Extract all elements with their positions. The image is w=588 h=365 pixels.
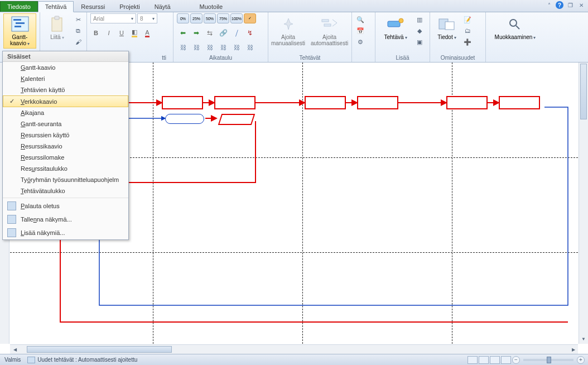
- auto-schedule-icon: [321, 15, 339, 33]
- editing-button[interactable]: Muokkaaminen: [491, 13, 540, 42]
- underline-button[interactable]: U: [116, 28, 127, 38]
- unlink-tasks-button[interactable]: ⧸: [230, 28, 243, 38]
- copy-icon[interactable]: ⧉: [73, 26, 83, 36]
- tab-task[interactable]: Tehtävä: [38, 1, 74, 12]
- tab-resource[interactable]: Resurssi: [74, 1, 112, 12]
- tab-project[interactable]: Projekti: [112, 1, 147, 12]
- view-button-2[interactable]: [479, 356, 489, 364]
- mode-icon[interactable]: ⚙: [355, 37, 365, 47]
- split-task-button[interactable]: ⛓: [177, 42, 189, 52]
- task-node[interactable]: [305, 96, 346, 109]
- outdent-button[interactable]: ⬅: [177, 28, 189, 38]
- pct-0-button[interactable]: 0%: [177, 13, 189, 23]
- task-node[interactable]: [357, 96, 398, 109]
- view-footer-option-2[interactable]: Lisää näkymiä...: [3, 226, 128, 239]
- scroll-down-icon[interactable]: ▼: [579, 334, 588, 344]
- view-button-3[interactable]: [490, 356, 500, 364]
- view-option-0[interactable]: Gantt-kaavio: [3, 62, 128, 73]
- deliverable-icon[interactable]: ▣: [415, 37, 425, 47]
- milestone-icon[interactable]: ◆: [415, 26, 425, 36]
- view-option-8[interactable]: Resurssilomake: [3, 152, 128, 163]
- ribbon-tabs: Tiedosto Tehtävä Resurssi Projekti Näytä…: [0, 0, 588, 12]
- zoom-in-button[interactable]: +: [577, 356, 585, 364]
- view-option-5[interactable]: Gantt-seuranta: [3, 118, 128, 129]
- inactivate-button[interactable]: ⛓: [190, 42, 203, 52]
- scroll-h-thumb[interactable]: [27, 346, 172, 353]
- format-painter-icon[interactable]: 🖌: [73, 37, 83, 47]
- pct-75-button[interactable]: 75%: [217, 13, 229, 23]
- details-icon[interactable]: 🗂: [462, 26, 473, 36]
- view-option-4[interactable]: Aikajana: [3, 107, 128, 118]
- zoom-thumb[interactable]: [547, 357, 551, 363]
- horizontal-scrollbar[interactable]: ◀ ▶: [10, 344, 578, 354]
- respect-links-button[interactable]: ↯: [244, 28, 256, 38]
- view-footer-label: Tallenna näkymä...: [21, 216, 72, 223]
- task-node[interactable]: [499, 96, 540, 109]
- pct-50-button[interactable]: 50%: [204, 13, 216, 23]
- summary-node[interactable]: [165, 114, 204, 124]
- task-node[interactable]: [162, 96, 203, 109]
- schedule-auto-button[interactable]: Ajoita automaattisesti: [310, 13, 350, 48]
- mark-on-track-button[interactable]: ✓: [244, 13, 256, 23]
- view-footer-option-1[interactable]: Tallenna näkymä...: [3, 213, 128, 226]
- inspect-icon[interactable]: 🔍: [355, 15, 365, 25]
- zoom-out-button[interactable]: −: [512, 356, 520, 364]
- task-insert-label: Tehtävä: [384, 34, 407, 41]
- svg-rect-11: [445, 22, 454, 30]
- bold-button[interactable]: B: [90, 28, 102, 38]
- view-option-10[interactable]: Työryhmän työsuunnitteluapuohjelm: [3, 174, 128, 185]
- view-option-3[interactable]: ✓Verkkokaavio: [3, 95, 128, 107]
- new-tasks-mode-icon[interactable]: [27, 357, 35, 363]
- paste-button[interactable]: Liitä: [44, 13, 71, 42]
- font-name-combo[interactable]: Arial▾: [90, 13, 136, 23]
- milestone-node[interactable]: [218, 114, 255, 125]
- task-node[interactable]: [214, 96, 256, 109]
- chain-6-icon[interactable]: ⛓: [244, 42, 256, 52]
- view-option-2[interactable]: Tehtävien käyttö: [3, 84, 128, 95]
- task-insert-button[interactable]: Tehtävä: [379, 13, 412, 42]
- view-button-4[interactable]: [501, 356, 511, 364]
- tab-format[interactable]: Muotoile: [192, 1, 230, 12]
- view-option-7[interactable]: Resurssikaavio: [3, 141, 128, 152]
- chain-5-icon[interactable]: ⛓: [230, 42, 243, 52]
- schedule-auto-label: Ajoita automaattisesti: [311, 34, 348, 46]
- zoom-slider[interactable]: [523, 359, 573, 361]
- move-icon[interactable]: ⇆: [204, 28, 216, 38]
- information-button[interactable]: Tiedot: [433, 13, 460, 42]
- minimize-ribbon-icon[interactable]: ˄: [544, 1, 553, 9]
- scroll-v-thumb[interactable]: [580, 64, 587, 119]
- add-to-timeline-icon[interactable]: ➕: [462, 37, 473, 47]
- help-icon[interactable]: ?: [556, 1, 563, 9]
- move-task-icon[interactable]: 📅: [355, 26, 365, 36]
- pct-100-button[interactable]: 100%: [230, 13, 243, 23]
- chain-4-icon[interactable]: ⛓: [217, 42, 229, 52]
- cut-icon[interactable]: ✂: [73, 15, 83, 25]
- fill-color-button[interactable]: ◧: [129, 28, 140, 38]
- scroll-right-icon[interactable]: ▶: [568, 345, 578, 354]
- chain-3-icon[interactable]: ⛓: [204, 42, 216, 52]
- restore-icon[interactable]: ❐: [566, 1, 575, 9]
- tab-view[interactable]: Näytä: [147, 1, 178, 12]
- indent-button[interactable]: ➡: [190, 28, 203, 38]
- italic-button[interactable]: I: [103, 28, 114, 38]
- gantt-chart-button[interactable]: Gantt-kaavio: [3, 13, 36, 49]
- view-option-label: Resurssilomake: [21, 154, 64, 161]
- view-footer-option-0[interactable]: Palauta oletus: [3, 199, 128, 213]
- font-color-button[interactable]: A: [142, 28, 153, 38]
- view-option-9[interactable]: Resurssitaulukko: [3, 163, 128, 174]
- font-size-combo[interactable]: 8▾: [137, 13, 157, 23]
- close-icon[interactable]: ✕: [577, 1, 586, 9]
- pct-25-button[interactable]: 25%: [190, 13, 203, 23]
- link-tasks-button[interactable]: 🔗: [217, 28, 229, 38]
- notes-icon[interactable]: 📝: [462, 15, 473, 25]
- view-option-6[interactable]: Resurssien käyttö: [3, 129, 128, 141]
- scroll-left-icon[interactable]: ◀: [10, 345, 20, 354]
- view-button-1[interactable]: [467, 356, 478, 364]
- view-option-11[interactable]: Tehtävätaulukko: [3, 185, 128, 196]
- summary-icon[interactable]: ▥: [415, 15, 425, 25]
- schedule-manual-button[interactable]: Ajoita manuaalisesti: [271, 13, 306, 48]
- vertical-scrollbar[interactable]: ▲ ▼: [579, 63, 588, 344]
- tab-file[interactable]: Tiedosto: [0, 1, 38, 12]
- view-option-1[interactable]: Kalenteri: [3, 73, 128, 84]
- task-node[interactable]: [446, 96, 488, 109]
